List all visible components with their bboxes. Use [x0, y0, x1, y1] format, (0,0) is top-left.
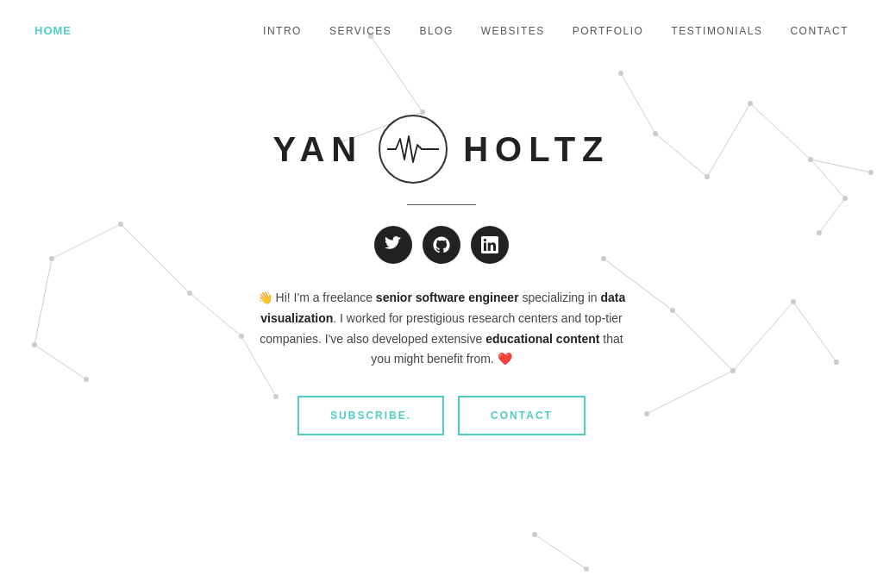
bio-emphasis-content: educational content	[485, 332, 599, 346]
button-row: SUBSCRIBE. CONTACT	[297, 396, 586, 435]
nav-home-link[interactable]: HOME	[34, 24, 72, 37]
social-icons	[374, 226, 509, 264]
nav-links: INTRO SERVICES BLOG WEBSITES PORTFOLIO T…	[263, 25, 849, 37]
nav-link-websites[interactable]: WEBSITES	[481, 25, 545, 37]
logo-circle	[379, 115, 448, 184]
subscribe-button[interactable]: SUBSCRIBE.	[297, 396, 444, 435]
contact-button[interactable]: CONTACT	[458, 396, 586, 435]
nav-link-services[interactable]: SERVICES	[329, 25, 391, 37]
navigation: HOME INTRO SERVICES BLOG WEBSITES PORTFO…	[0, 0, 883, 37]
svg-point-25	[584, 566, 589, 572]
svg-line-46	[535, 535, 586, 569]
name-right: HOLTZ	[463, 130, 610, 169]
nav-link-intro[interactable]: INTRO	[263, 25, 302, 37]
name-logo: YAN HOLTZ	[272, 115, 610, 184]
github-icon-link[interactable]	[423, 226, 460, 264]
nav-link-portfolio[interactable]: PORTFOLIO	[573, 25, 644, 37]
svg-point-24	[532, 532, 537, 537]
bio-emphasis-engineer: senior software engineer	[376, 291, 519, 304]
nav-link-contact[interactable]: CONTACT	[790, 25, 849, 37]
linkedin-icon-link[interactable]	[471, 226, 509, 264]
twitter-icon-link[interactable]	[374, 226, 412, 264]
name-divider	[407, 204, 476, 205]
name-left: YAN	[272, 130, 363, 169]
main-content: YAN HOLTZ 👋 Hi! I	[0, 37, 883, 435]
bio-text: 👋 Hi! I'm a freelance senior software en…	[252, 288, 631, 370]
nav-link-blog[interactable]: BLOG	[419, 25, 453, 37]
nav-link-testimonials[interactable]: TESTIMONIALS	[671, 25, 762, 37]
